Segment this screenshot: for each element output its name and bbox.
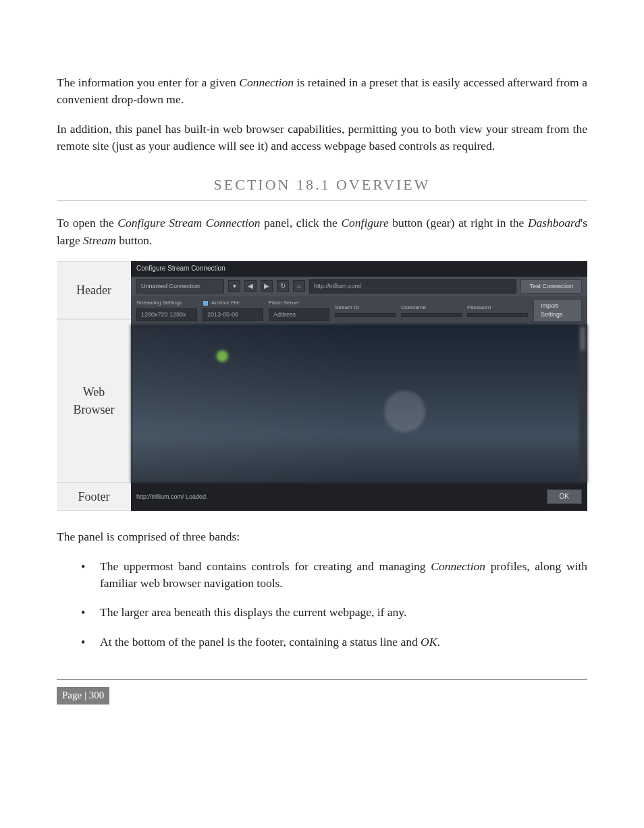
em: Stream [83,233,116,247]
stream-id-group: Stream ID [335,304,396,317]
dropdown-icon[interactable]: ▾ [228,280,240,292]
archive-file-checkbox[interactable] [203,300,209,306]
flash-server-group: Flash Server Address [269,299,329,321]
panel-header-row-2: Streaming Settings 1280x720 1280x Archiv… [131,296,587,325]
username-label: Username [401,304,462,312]
panel-header-row-1: Unnamed Connection ▾ ◀ ▶ ↻ ⌂ http://tril… [131,277,587,296]
text: button (gear) at right in the [389,216,528,229]
em: Configure [341,216,388,229]
figure-label-browser: Web Browser [57,319,131,482]
status-line: http://trillium.com/ Loaded. [136,493,208,501]
page-footer-rule [57,679,587,680]
bullet-item-1: The uppermost band contains controls for… [81,558,587,592]
flash-server-label: Flash Server [269,299,329,307]
embedded-browser-viewport[interactable] [131,325,587,482]
text: button. [116,233,152,247]
text: At the bottom of the panel is the footer… [100,635,421,648]
import-settings-button[interactable]: Import Settings [533,299,582,322]
text: . [437,635,439,648]
test-connection-button[interactable]: Test Connection [520,279,582,294]
page-number: Page | 300 [57,687,109,705]
streaming-settings-label: Streaming Settings [136,299,197,307]
address-field[interactable]: Address [269,308,329,321]
resolution-field[interactable]: 1280x720 1280x [136,308,197,321]
section-rule [57,200,587,201]
em-connection: Connection [239,76,294,89]
figure-label-header: Header [57,261,131,319]
panel-titlebar: Configure Stream Connection [131,261,587,277]
em: Configure Stream Connection [117,216,260,229]
nav-back-icon[interactable]: ◀ [244,280,257,292]
home-icon[interactable]: ⌂ [293,280,305,292]
scrollbar-vertical[interactable] [579,325,586,482]
archive-date-field[interactable]: 2013-05-06 [203,308,263,321]
em: Connection [431,559,485,573]
scrollbar-thumb[interactable] [580,327,585,350]
password-group: Password [467,304,528,317]
stream-id-label: Stream ID [335,304,396,312]
password-label: Password [467,304,528,312]
text: The uppermost band contains controls for… [100,559,431,573]
figure-labels-column: Header Web Browser Footer [57,261,131,511]
stream-id-field[interactable] [335,313,396,317]
reload-icon[interactable]: ↻ [277,280,289,292]
paragraph-1: The information you enter for a given Co… [57,74,587,109]
section-title: SECTION 18.1 OVERVIEW [57,174,587,196]
bullet-item-3: At the bottom of the panel is the footer… [81,634,587,651]
text: To open the [57,216,117,229]
em: OK [421,635,437,648]
password-field[interactable] [467,313,528,317]
paragraph-2: In addition, this panel has built-in web… [57,121,587,155]
stream-config-panel: Configure Stream Connection Unnamed Conn… [131,261,587,511]
ok-button[interactable]: OK [547,489,582,505]
archive-file-label: Archive File [211,299,240,307]
em: Dashboard [528,216,581,229]
archive-file-group: Archive File 2013-05-06 [203,299,263,321]
bullet-list: The uppermost band contains controls for… [81,558,587,651]
figure-label-footer: Footer [57,482,131,511]
panel-footer: http://trillium.com/ Loaded. OK [131,482,587,511]
username-group: Username [401,304,462,317]
streaming-settings-group: Streaming Settings 1280x720 1280x [136,299,197,321]
text: panel, click the [260,216,341,229]
bullet-item-2: The larger area beneath this displays th… [81,604,587,621]
figure: Header Web Browser Footer Configure Stre… [57,261,587,511]
text: The information you enter for a given [57,76,239,89]
username-field[interactable] [401,313,462,317]
nav-forward-icon[interactable]: ▶ [261,280,273,292]
paragraph-4: The panel is comprised of three bands: [57,528,587,545]
paragraph-3: To open the Configure Stream Connection … [57,215,587,249]
connection-name-field[interactable]: Unnamed Connection [136,279,224,294]
address-bar[interactable]: http://trillium.com/ [309,279,516,294]
